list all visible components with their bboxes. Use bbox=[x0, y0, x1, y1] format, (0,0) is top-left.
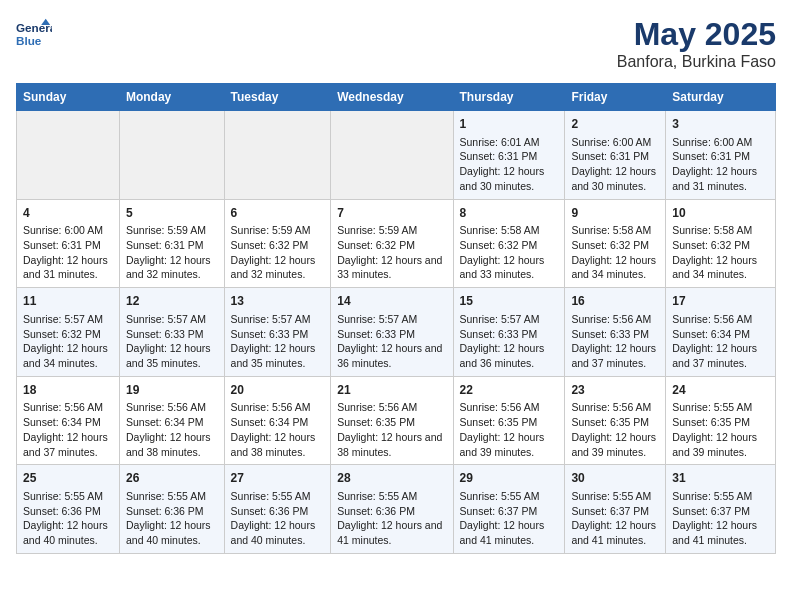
table-row: 19Sunrise: 5:56 AM Sunset: 6:34 PM Dayli… bbox=[119, 376, 224, 465]
title-block: May 2025 Banfora, Burkina Faso bbox=[617, 16, 776, 71]
day-info: Sunrise: 6:01 AM Sunset: 6:31 PM Dayligh… bbox=[460, 135, 559, 194]
page-header: General Blue May 2025 Banfora, Burkina F… bbox=[16, 16, 776, 71]
day-info: Sunrise: 5:58 AM Sunset: 6:32 PM Dayligh… bbox=[672, 223, 769, 282]
table-row: 26Sunrise: 5:55 AM Sunset: 6:36 PM Dayli… bbox=[119, 465, 224, 554]
day-number: 5 bbox=[126, 205, 218, 222]
day-info: Sunrise: 5:57 AM Sunset: 6:32 PM Dayligh… bbox=[23, 312, 113, 371]
day-info: Sunrise: 5:58 AM Sunset: 6:32 PM Dayligh… bbox=[571, 223, 659, 282]
day-info: Sunrise: 5:56 AM Sunset: 6:35 PM Dayligh… bbox=[571, 400, 659, 459]
table-row: 3Sunrise: 6:00 AM Sunset: 6:31 PM Daylig… bbox=[666, 111, 776, 200]
day-number: 15 bbox=[460, 293, 559, 310]
table-row: 4Sunrise: 6:00 AM Sunset: 6:31 PM Daylig… bbox=[17, 199, 120, 288]
table-row: 29Sunrise: 5:55 AM Sunset: 6:37 PM Dayli… bbox=[453, 465, 565, 554]
logo-icon: General Blue bbox=[16, 16, 52, 52]
table-row: 8Sunrise: 5:58 AM Sunset: 6:32 PM Daylig… bbox=[453, 199, 565, 288]
table-row: 10Sunrise: 5:58 AM Sunset: 6:32 PM Dayli… bbox=[666, 199, 776, 288]
table-row: 18Sunrise: 5:56 AM Sunset: 6:34 PM Dayli… bbox=[17, 376, 120, 465]
table-row: 5Sunrise: 5:59 AM Sunset: 6:31 PM Daylig… bbox=[119, 199, 224, 288]
day-info: Sunrise: 6:00 AM Sunset: 6:31 PM Dayligh… bbox=[571, 135, 659, 194]
table-row: 2Sunrise: 6:00 AM Sunset: 6:31 PM Daylig… bbox=[565, 111, 666, 200]
day-info: Sunrise: 5:55 AM Sunset: 6:37 PM Dayligh… bbox=[460, 489, 559, 548]
day-number: 2 bbox=[571, 116, 659, 133]
table-row bbox=[331, 111, 453, 200]
table-row: 11Sunrise: 5:57 AM Sunset: 6:32 PM Dayli… bbox=[17, 288, 120, 377]
table-row bbox=[17, 111, 120, 200]
day-number: 3 bbox=[672, 116, 769, 133]
day-info: Sunrise: 5:55 AM Sunset: 6:35 PM Dayligh… bbox=[672, 400, 769, 459]
day-info: Sunrise: 5:59 AM Sunset: 6:31 PM Dayligh… bbox=[126, 223, 218, 282]
day-info: Sunrise: 5:57 AM Sunset: 6:33 PM Dayligh… bbox=[231, 312, 325, 371]
calendar-table: Sunday Monday Tuesday Wednesday Thursday… bbox=[16, 83, 776, 554]
day-info: Sunrise: 5:56 AM Sunset: 6:34 PM Dayligh… bbox=[23, 400, 113, 459]
day-number: 24 bbox=[672, 382, 769, 399]
table-row: 7Sunrise: 5:59 AM Sunset: 6:32 PM Daylig… bbox=[331, 199, 453, 288]
table-row: 31Sunrise: 5:55 AM Sunset: 6:37 PM Dayli… bbox=[666, 465, 776, 554]
day-info: Sunrise: 5:56 AM Sunset: 6:34 PM Dayligh… bbox=[231, 400, 325, 459]
day-info: Sunrise: 5:58 AM Sunset: 6:32 PM Dayligh… bbox=[460, 223, 559, 282]
col-wednesday: Wednesday bbox=[331, 84, 453, 111]
day-number: 11 bbox=[23, 293, 113, 310]
day-info: Sunrise: 5:56 AM Sunset: 6:35 PM Dayligh… bbox=[460, 400, 559, 459]
table-row: 14Sunrise: 5:57 AM Sunset: 6:33 PM Dayli… bbox=[331, 288, 453, 377]
logo: General Blue bbox=[16, 16, 56, 52]
table-row: 24Sunrise: 5:55 AM Sunset: 6:35 PM Dayli… bbox=[666, 376, 776, 465]
calendar-week-row: 11Sunrise: 5:57 AM Sunset: 6:32 PM Dayli… bbox=[17, 288, 776, 377]
day-number: 12 bbox=[126, 293, 218, 310]
calendar-week-row: 1Sunrise: 6:01 AM Sunset: 6:31 PM Daylig… bbox=[17, 111, 776, 200]
col-tuesday: Tuesday bbox=[224, 84, 331, 111]
day-info: Sunrise: 5:55 AM Sunset: 6:36 PM Dayligh… bbox=[23, 489, 113, 548]
day-number: 4 bbox=[23, 205, 113, 222]
day-number: 29 bbox=[460, 470, 559, 487]
calendar-week-row: 4Sunrise: 6:00 AM Sunset: 6:31 PM Daylig… bbox=[17, 199, 776, 288]
table-row: 21Sunrise: 5:56 AM Sunset: 6:35 PM Dayli… bbox=[331, 376, 453, 465]
calendar-week-row: 25Sunrise: 5:55 AM Sunset: 6:36 PM Dayli… bbox=[17, 465, 776, 554]
table-row: 22Sunrise: 5:56 AM Sunset: 6:35 PM Dayli… bbox=[453, 376, 565, 465]
table-row: 17Sunrise: 5:56 AM Sunset: 6:34 PM Dayli… bbox=[666, 288, 776, 377]
table-row: 16Sunrise: 5:56 AM Sunset: 6:33 PM Dayli… bbox=[565, 288, 666, 377]
day-number: 8 bbox=[460, 205, 559, 222]
day-number: 7 bbox=[337, 205, 446, 222]
day-info: Sunrise: 5:59 AM Sunset: 6:32 PM Dayligh… bbox=[337, 223, 446, 282]
day-info: Sunrise: 5:55 AM Sunset: 6:36 PM Dayligh… bbox=[337, 489, 446, 548]
table-row: 1Sunrise: 6:01 AM Sunset: 6:31 PM Daylig… bbox=[453, 111, 565, 200]
day-number: 30 bbox=[571, 470, 659, 487]
day-number: 16 bbox=[571, 293, 659, 310]
table-row: 20Sunrise: 5:56 AM Sunset: 6:34 PM Dayli… bbox=[224, 376, 331, 465]
day-info: Sunrise: 5:57 AM Sunset: 6:33 PM Dayligh… bbox=[126, 312, 218, 371]
day-number: 18 bbox=[23, 382, 113, 399]
table-row: 9Sunrise: 5:58 AM Sunset: 6:32 PM Daylig… bbox=[565, 199, 666, 288]
day-number: 1 bbox=[460, 116, 559, 133]
day-number: 31 bbox=[672, 470, 769, 487]
calendar-subtitle: Banfora, Burkina Faso bbox=[617, 53, 776, 71]
day-info: Sunrise: 5:55 AM Sunset: 6:36 PM Dayligh… bbox=[126, 489, 218, 548]
day-number: 25 bbox=[23, 470, 113, 487]
day-number: 22 bbox=[460, 382, 559, 399]
day-number: 10 bbox=[672, 205, 769, 222]
table-row: 27Sunrise: 5:55 AM Sunset: 6:36 PM Dayli… bbox=[224, 465, 331, 554]
col-friday: Friday bbox=[565, 84, 666, 111]
day-info: Sunrise: 5:57 AM Sunset: 6:33 PM Dayligh… bbox=[337, 312, 446, 371]
day-number: 27 bbox=[231, 470, 325, 487]
svg-text:Blue: Blue bbox=[16, 34, 42, 47]
table-row: 23Sunrise: 5:56 AM Sunset: 6:35 PM Dayli… bbox=[565, 376, 666, 465]
table-row: 15Sunrise: 5:57 AM Sunset: 6:33 PM Dayli… bbox=[453, 288, 565, 377]
day-info: Sunrise: 5:55 AM Sunset: 6:37 PM Dayligh… bbox=[672, 489, 769, 548]
table-row bbox=[224, 111, 331, 200]
calendar-title: May 2025 bbox=[617, 16, 776, 53]
table-row: 30Sunrise: 5:55 AM Sunset: 6:37 PM Dayli… bbox=[565, 465, 666, 554]
day-number: 26 bbox=[126, 470, 218, 487]
table-row: 25Sunrise: 5:55 AM Sunset: 6:36 PM Dayli… bbox=[17, 465, 120, 554]
table-row: 28Sunrise: 5:55 AM Sunset: 6:36 PM Dayli… bbox=[331, 465, 453, 554]
day-info: Sunrise: 5:56 AM Sunset: 6:34 PM Dayligh… bbox=[672, 312, 769, 371]
table-row bbox=[119, 111, 224, 200]
calendar-header-row: Sunday Monday Tuesday Wednesday Thursday… bbox=[17, 84, 776, 111]
col-monday: Monday bbox=[119, 84, 224, 111]
day-number: 19 bbox=[126, 382, 218, 399]
day-info: Sunrise: 6:00 AM Sunset: 6:31 PM Dayligh… bbox=[23, 223, 113, 282]
col-thursday: Thursday bbox=[453, 84, 565, 111]
table-row: 13Sunrise: 5:57 AM Sunset: 6:33 PM Dayli… bbox=[224, 288, 331, 377]
day-info: Sunrise: 5:56 AM Sunset: 6:35 PM Dayligh… bbox=[337, 400, 446, 459]
day-number: 17 bbox=[672, 293, 769, 310]
day-info: Sunrise: 5:57 AM Sunset: 6:33 PM Dayligh… bbox=[460, 312, 559, 371]
day-info: Sunrise: 5:56 AM Sunset: 6:34 PM Dayligh… bbox=[126, 400, 218, 459]
